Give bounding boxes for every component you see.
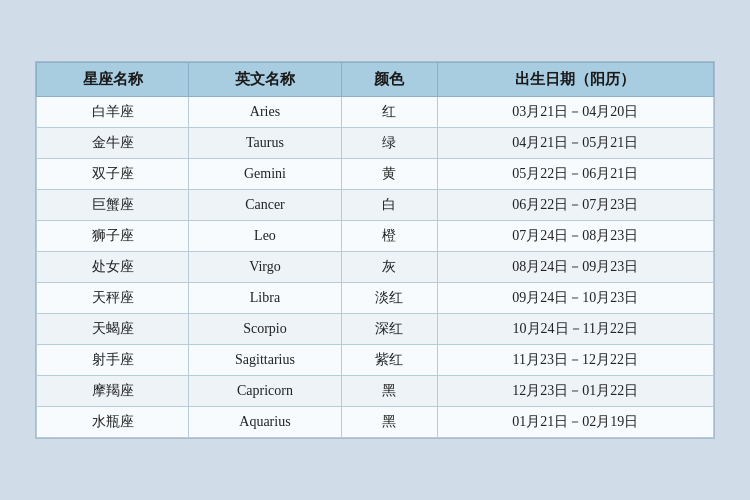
cell-english: Virgo — [189, 252, 341, 283]
cell-english: Sagittarius — [189, 345, 341, 376]
cell-chinese: 摩羯座 — [37, 376, 189, 407]
table-row: 摩羯座Capricorn黑12月23日－01月22日 — [37, 376, 714, 407]
col-header-color: 颜色 — [341, 63, 437, 97]
table-row: 巨蟹座Cancer白06月22日－07月23日 — [37, 190, 714, 221]
cell-dates: 08月24日－09月23日 — [437, 252, 713, 283]
cell-english: Leo — [189, 221, 341, 252]
cell-color: 深红 — [341, 314, 437, 345]
cell-english: Libra — [189, 283, 341, 314]
cell-dates: 04月21日－05月21日 — [437, 128, 713, 159]
cell-chinese: 天秤座 — [37, 283, 189, 314]
cell-chinese: 射手座 — [37, 345, 189, 376]
table-header-row: 星座名称 英文名称 颜色 出生日期（阳历） — [37, 63, 714, 97]
table-row: 白羊座Aries红03月21日－04月20日 — [37, 97, 714, 128]
cell-color: 白 — [341, 190, 437, 221]
cell-dates: 05月22日－06月21日 — [437, 159, 713, 190]
cell-color: 橙 — [341, 221, 437, 252]
table-row: 处女座Virgo灰08月24日－09月23日 — [37, 252, 714, 283]
cell-english: Gemini — [189, 159, 341, 190]
table-row: 射手座Sagittarius紫红11月23日－12月22日 — [37, 345, 714, 376]
cell-english: Taurus — [189, 128, 341, 159]
cell-english: Scorpio — [189, 314, 341, 345]
table-row: 水瓶座Aquarius黑01月21日－02月19日 — [37, 407, 714, 438]
cell-english: Capricorn — [189, 376, 341, 407]
cell-dates: 01月21日－02月19日 — [437, 407, 713, 438]
cell-color: 紫红 — [341, 345, 437, 376]
cell-chinese: 天蝎座 — [37, 314, 189, 345]
zodiac-table-container: 星座名称 英文名称 颜色 出生日期（阳历） 白羊座Aries红03月21日－04… — [35, 61, 715, 439]
table-body: 白羊座Aries红03月21日－04月20日金牛座Taurus绿04月21日－0… — [37, 97, 714, 438]
col-header-chinese: 星座名称 — [37, 63, 189, 97]
cell-dates: 09月24日－10月23日 — [437, 283, 713, 314]
col-header-dates: 出生日期（阳历） — [437, 63, 713, 97]
cell-chinese: 巨蟹座 — [37, 190, 189, 221]
cell-dates: 06月22日－07月23日 — [437, 190, 713, 221]
cell-dates: 12月23日－01月22日 — [437, 376, 713, 407]
cell-color: 黑 — [341, 376, 437, 407]
cell-dates: 10月24日－11月22日 — [437, 314, 713, 345]
cell-dates: 11月23日－12月22日 — [437, 345, 713, 376]
cell-color: 灰 — [341, 252, 437, 283]
table-row: 天蝎座Scorpio深红10月24日－11月22日 — [37, 314, 714, 345]
cell-chinese: 金牛座 — [37, 128, 189, 159]
cell-color: 黄 — [341, 159, 437, 190]
table-row: 金牛座Taurus绿04月21日－05月21日 — [37, 128, 714, 159]
table-row: 狮子座Leo橙07月24日－08月23日 — [37, 221, 714, 252]
cell-english: Aries — [189, 97, 341, 128]
cell-chinese: 水瓶座 — [37, 407, 189, 438]
cell-dates: 07月24日－08月23日 — [437, 221, 713, 252]
cell-chinese: 白羊座 — [37, 97, 189, 128]
cell-english: Cancer — [189, 190, 341, 221]
cell-color: 红 — [341, 97, 437, 128]
col-header-english: 英文名称 — [189, 63, 341, 97]
cell-color: 绿 — [341, 128, 437, 159]
cell-chinese: 处女座 — [37, 252, 189, 283]
cell-color: 黑 — [341, 407, 437, 438]
cell-chinese: 双子座 — [37, 159, 189, 190]
cell-color: 淡红 — [341, 283, 437, 314]
table-row: 双子座Gemini黄05月22日－06月21日 — [37, 159, 714, 190]
table-row: 天秤座Libra淡红09月24日－10月23日 — [37, 283, 714, 314]
cell-english: Aquarius — [189, 407, 341, 438]
cell-dates: 03月21日－04月20日 — [437, 97, 713, 128]
zodiac-table: 星座名称 英文名称 颜色 出生日期（阳历） 白羊座Aries红03月21日－04… — [36, 62, 714, 438]
cell-chinese: 狮子座 — [37, 221, 189, 252]
